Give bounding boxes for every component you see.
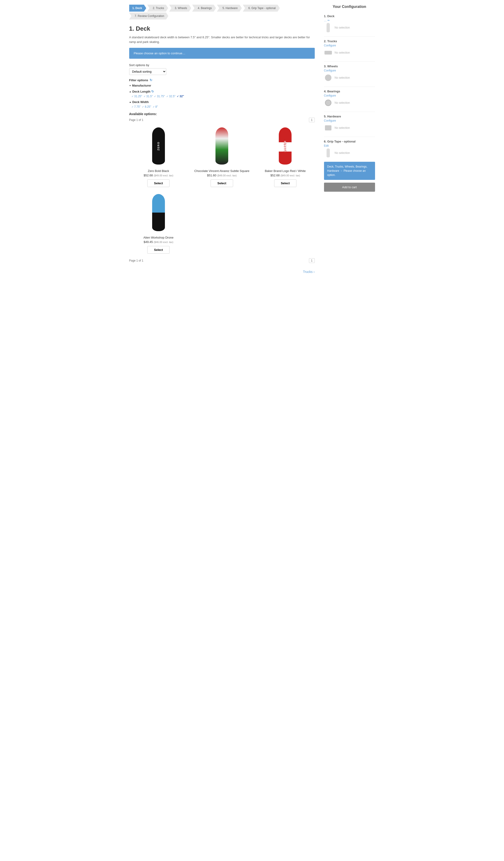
empty-cell-2 xyxy=(256,192,314,254)
config-link-trucks-label: Configure xyxy=(324,44,336,47)
mini-hardware-icon xyxy=(325,125,332,131)
config-icon-hardware xyxy=(324,124,332,132)
page-info-top-text: Page 1 of 1 xyxy=(129,118,143,122)
product-price-alien: $49.45 ($46.00 excl. tax) xyxy=(129,240,188,244)
product-price-main-baker: $52.68 xyxy=(270,174,280,177)
config-section-trucks: 2. Trucks Configure No selection xyxy=(324,39,375,57)
main-content: 1. Deck 2. Trucks 3. Wheels 4. Bearings … xyxy=(129,5,315,274)
step-bearings[interactable]: 4. Bearings xyxy=(192,5,216,12)
deck-width-toggle[interactable]: ▲ Deck Width xyxy=(129,100,315,104)
product-price-excl-baker: ($49.00 excl. tax) xyxy=(280,174,300,177)
config-link-trucks[interactable]: Configure xyxy=(324,44,375,47)
filter-group-manufacturer: ▼ Manufacturer xyxy=(129,84,315,87)
config-icon-grip xyxy=(324,149,332,157)
manufacturer-label: Manufacturer xyxy=(132,84,151,87)
filter-label: Filter options xyxy=(129,79,148,82)
deck-image-choco xyxy=(215,127,228,165)
product-alien-workshop: Alien Workshop Drone $49.45 ($46.00 excl… xyxy=(129,192,188,254)
deck-length-refresh-icon[interactable]: ↻ xyxy=(151,90,154,93)
chip-8-25[interactable]: ✓ 8.25" xyxy=(142,105,151,108)
chip-8[interactable]: ✓ 8" xyxy=(153,105,158,108)
config-item-deck: No selection xyxy=(324,24,375,32)
chip-32[interactable]: ✓ 32" xyxy=(177,95,184,98)
config-title-deck: 1. Deck xyxy=(324,14,375,18)
config-section-bearings: 4. Bearings Configure No selection xyxy=(324,90,375,107)
product-zero-bold-black: Zero Bold Black $52.68 ($49.00 excl. tax… xyxy=(129,125,188,187)
description: A standard skateboard deck width is betw… xyxy=(129,35,315,44)
step-hardware[interactable]: 5. Hardware xyxy=(217,5,242,12)
sort-select[interactable]: Default sorting Price: Low to High Price… xyxy=(129,68,166,75)
config-icon-deck xyxy=(324,24,332,32)
deck-width-label: Deck Width xyxy=(132,100,149,104)
config-icon-bearings xyxy=(324,99,332,107)
sidebar: Your Configuration 1. Deck … ✏ No select… xyxy=(324,5,375,274)
next-button[interactable]: Trucks › xyxy=(303,270,314,274)
page-num-bottom: 1 xyxy=(309,258,315,263)
config-item-grip: No selection xyxy=(324,149,375,157)
product-price-zero: $52.68 ($49.00 excl. tax) xyxy=(129,174,188,177)
next-label: Trucks xyxy=(303,270,312,274)
config-no-selection-deck: No selection xyxy=(335,26,350,29)
deck-length-toggle[interactable]: ▲ Deck Length ↻ xyxy=(129,90,315,93)
page-title: 1. Deck xyxy=(129,25,315,32)
select-button-choco[interactable]: Select xyxy=(211,179,233,187)
config-section-deck: 1. Deck … ✏ No selection xyxy=(324,14,375,32)
chip-31-75[interactable]: ✓ 31.75" xyxy=(154,95,165,98)
config-link-grip[interactable]: Edit xyxy=(324,144,375,147)
product-price-main-alien: $49.45 xyxy=(143,240,153,244)
product-price-choco: $51.60 ($48.00 excl. tax) xyxy=(193,174,251,177)
config-link-hardware[interactable]: Configure xyxy=(324,119,375,122)
divider-5 xyxy=(324,137,375,137)
filter-refresh-icon[interactable]: ↻ xyxy=(150,78,152,82)
steps-nav: 1. Deck 2. Trucks 3. Wheels 4. Bearings … xyxy=(129,5,315,20)
select-button-zero[interactable]: Select xyxy=(147,179,170,187)
config-no-selection-trucks: No selection xyxy=(335,51,350,54)
mini-grip-icon xyxy=(326,149,330,158)
select-button-alien[interactable]: Select xyxy=(147,246,170,254)
config-title-bearings: 4. Bearings xyxy=(324,90,375,93)
manufacturer-toggle[interactable]: ▼ Manufacturer xyxy=(129,84,315,87)
alert-banner: Please choose an option to continue… xyxy=(129,48,315,59)
step-trucks[interactable]: 2. Trucks xyxy=(147,5,168,12)
product-price-main-choco: $51.60 xyxy=(207,174,216,177)
config-link-deck-label: … ✏ xyxy=(324,19,330,22)
step-wheels[interactable]: 3. Wheels xyxy=(169,5,191,12)
sidebar-title: Your Configuration xyxy=(324,5,375,9)
page-info-top: Page 1 of 1 1 xyxy=(129,118,315,122)
config-link-wheels[interactable]: Configure xyxy=(324,69,375,72)
config-item-bearings: No selection xyxy=(324,99,375,107)
config-icon-wheels xyxy=(324,73,332,82)
product-price-excl-choco: ($48.00 excl. tax) xyxy=(217,174,237,177)
config-title-trucks: 2. Trucks xyxy=(324,39,375,43)
config-title-wheels: 3. Wheels xyxy=(324,65,375,68)
config-link-bearings[interactable]: Configure xyxy=(324,94,375,97)
config-section-grip: 6. Grip Tape - optional Edit No selectio… xyxy=(324,140,375,157)
product-name-baker: Baker Brand Logo Red / White xyxy=(256,169,314,173)
product-name-alien: Alien Workshop Drone xyxy=(129,236,188,239)
next-arrow-icon: › xyxy=(313,270,315,274)
add-to-cart-button[interactable]: Add to cart xyxy=(324,183,375,192)
deck-width-chips: ✓ 7.75" ✓ 8.25" ✓ 8" xyxy=(129,105,315,108)
config-link-deck[interactable]: … ✏ xyxy=(324,19,375,22)
config-section-wheels: 3. Wheels Configure No selection xyxy=(324,65,375,82)
sort-label: Sort options by xyxy=(129,63,315,67)
deck-width-expand-icon: ▲ xyxy=(129,101,131,103)
product-price-main-zero: $52.68 xyxy=(143,174,153,177)
chip-32-5[interactable]: ✓ 32.5" xyxy=(166,95,176,98)
chip-7-75[interactable]: ✓ 7.75" xyxy=(131,105,141,108)
chip-31-5[interactable]: ✓ 31.5" xyxy=(143,95,153,98)
manufacturer-collapse-icon: ▼ xyxy=(129,84,131,87)
select-button-baker[interactable]: Select xyxy=(274,179,296,187)
mini-truck-icon xyxy=(324,51,332,55)
config-link-hardware-label: Configure xyxy=(324,119,336,122)
product-price-excl-alien: ($46.00 excl. tax) xyxy=(154,241,173,244)
config-link-bearings-label: Configure xyxy=(324,94,336,97)
config-section-hardware: 5. Hardware Configure No selection xyxy=(324,115,375,132)
step-deck[interactable]: 1. Deck xyxy=(129,5,146,12)
chip-31-25[interactable]: ✓ 31.25" xyxy=(131,95,142,98)
step-review[interactable]: 7. Review Configuration xyxy=(129,13,168,19)
available-label: Available options: xyxy=(129,112,315,116)
deck-length-chips: ✓ 31.25" ✓ 31.5" ✓ 31.75" ✓ 32.5" ✓ 32" xyxy=(129,95,315,98)
step-grip[interactable]: 6. Grip Tape - optional xyxy=(243,5,280,12)
config-no-selection-hardware: No selection xyxy=(335,126,350,129)
